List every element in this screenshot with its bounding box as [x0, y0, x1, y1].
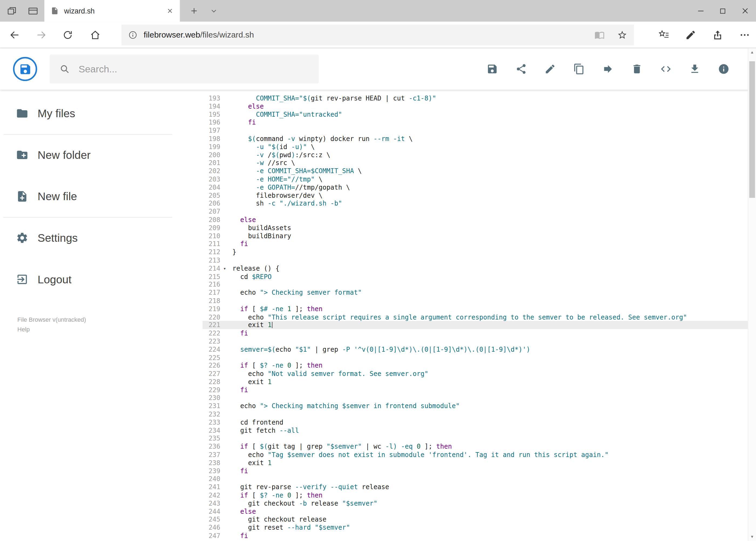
code-line[interactable]: 202 -e COMMIT_SHA=$COMMIT_SHA \ — [202, 167, 748, 175]
code-line[interactable]: 234 git fetch --all — [202, 426, 748, 435]
code-line[interactable]: 224 semver=$(echo "$1" | grep -P '^v(0|[… — [202, 345, 748, 353]
move-button[interactable] — [602, 63, 614, 75]
sidebar-item-settings[interactable]: Settings — [0, 217, 202, 259]
sidebar-item-new-file[interactable]: New file — [0, 176, 202, 217]
code-line[interactable]: 198 $(command -v winpty) docker run --rm… — [202, 135, 748, 143]
delete-button[interactable] — [631, 63, 642, 75]
code-line[interactable]: 215 cd $REPO — [202, 272, 748, 280]
code-line[interactable]: 246 git reset --hard "$semver" — [202, 524, 748, 532]
hub-favorites-icon[interactable] — [658, 29, 669, 41]
code-line[interactable]: 196 fi — [202, 118, 748, 126]
code-line[interactable]: 231 echo "> Checking matching $semver in… — [202, 402, 748, 410]
maximize-button[interactable] — [712, 0, 734, 22]
code-line[interactable]: 236 if [ $(git tag | grep "$semver" | wc… — [202, 443, 748, 451]
code-line[interactable]: 199 -u "$(id -u)" \ — [202, 143, 748, 151]
code-line[interactable]: 225 — [202, 353, 748, 362]
home-button[interactable] — [90, 29, 101, 41]
favorite-star-icon[interactable] — [617, 30, 628, 40]
code-line[interactable]: 235 — [202, 435, 748, 443]
code-line[interactable]: 209 buildAssets — [202, 224, 748, 232]
code-line[interactable]: 214▾release () { — [202, 264, 748, 272]
copy-button[interactable] — [573, 63, 585, 75]
close-window-button[interactable] — [734, 0, 756, 22]
code-line[interactable]: 201 -w //src \ — [202, 159, 748, 167]
code-line[interactable]: 217 echo "> Checking semver format" — [202, 288, 748, 296]
code-line[interactable]: 229 fi — [202, 386, 748, 394]
download-button[interactable] — [689, 63, 701, 75]
back-button[interactable] — [9, 29, 20, 41]
code-line[interactable]: 238 exit 1 — [202, 459, 748, 467]
share-page-icon[interactable] — [712, 29, 723, 41]
tabs-aside-icon[interactable] — [6, 5, 17, 16]
search-input[interactable] — [78, 63, 309, 75]
web-note-pen-icon[interactable] — [685, 29, 696, 41]
site-info-icon[interactable] — [128, 31, 137, 40]
scrollbar-thumb[interactable] — [749, 61, 755, 198]
code-line[interactable]: 213 — [202, 256, 748, 264]
code-line[interactable]: 227 echo "Not valid semver format. See s… — [202, 370, 748, 378]
code-line[interactable]: 230 — [202, 394, 748, 402]
code-line[interactable]: 221 exit 1 — [202, 321, 748, 329]
code-line[interactable]: 244 else — [202, 507, 748, 516]
scroll-down-arrow-icon[interactable]: ▼ — [748, 533, 756, 541]
code-line[interactable]: 243 git checkout -b release "$semver" — [202, 499, 748, 507]
vertical-scrollbar[interactable]: ▲ ▼ — [748, 48, 756, 541]
sidebar-item-new-folder[interactable]: New folder — [0, 134, 202, 176]
code-line-text: echo "This release script requires a sin… — [222, 313, 687, 321]
code-line[interactable]: 247 fi — [202, 532, 748, 540]
code-view-button[interactable] — [660, 63, 672, 75]
code-line[interactable]: 203 -e HOME="//tmp" \ — [202, 175, 748, 183]
code-line[interactable]: 233 cd frontend — [202, 418, 748, 426]
more-options-icon[interactable] — [739, 29, 750, 41]
code-line[interactable]: 208 else — [202, 216, 748, 224]
code-line[interactable]: 195 COMMIT_SHA="untracked" — [202, 110, 748, 118]
code-line[interactable]: 237 echo "Tag $semver does not exist in … — [202, 451, 748, 459]
minimize-button[interactable] — [689, 0, 711, 22]
reading-view-icon[interactable] — [595, 30, 605, 40]
code-line[interactable]: 242 if [ $? -ne 0 ]; then — [202, 491, 748, 499]
code-line[interactable]: 218 — [202, 296, 748, 305]
browser-tab[interactable]: wizard.sh — [44, 0, 180, 22]
code-line[interactable]: 232 — [202, 410, 748, 418]
help-link[interactable]: Help — [17, 325, 86, 334]
code-line[interactable]: 228 exit 1 — [202, 378, 748, 386]
code-line[interactable]: 222 fi — [202, 329, 748, 337]
share-button[interactable] — [516, 63, 527, 75]
refresh-button[interactable] — [62, 29, 73, 41]
fold-arrow-icon[interactable]: ▾ — [223, 265, 226, 272]
code-line[interactable]: 212} — [202, 248, 748, 256]
code-line[interactable]: 220 echo "This release script requires a… — [202, 313, 748, 321]
sidebar-item-logout[interactable]: Logout — [0, 259, 202, 300]
code-line[interactable]: 239 fi — [202, 467, 748, 475]
code-line[interactable]: 219 if [ $# -ne 1 ]; then — [202, 305, 748, 313]
code-line[interactable]: 241 git rev-parse --verify --quiet relea… — [202, 483, 748, 491]
tab-preview-chevron-icon[interactable] — [206, 0, 221, 22]
tab-close-icon[interactable] — [166, 7, 173, 15]
code-line[interactable]: 226 if [ $? -ne 0 ]; then — [202, 362, 748, 370]
scroll-up-arrow-icon[interactable]: ▲ — [748, 48, 756, 56]
code-line[interactable]: 205 filebrowser/dev \ — [202, 191, 748, 199]
address-bar-input[interactable]: filebrowser.web/files/wizard.sh — [122, 25, 634, 45]
code-editor[interactable]: 193 COMMIT_SHA="$(git rev-parse HEAD | c… — [202, 90, 748, 541]
code-line[interactable]: 204 -e GOPATH=//tmp/gopath \ — [202, 183, 748, 191]
code-line[interactable]: 193 COMMIT_SHA="$(git rev-parse HEAD | c… — [202, 94, 748, 102]
code-line[interactable]: 197 — [202, 126, 748, 135]
code-line[interactable]: 210 buildBinary — [202, 232, 748, 240]
code-line[interactable]: 211 fi — [202, 240, 748, 248]
search-box[interactable] — [50, 55, 319, 84]
code-line[interactable]: 206 sh -c "./wizard.sh -b" — [202, 199, 748, 208]
save-button[interactable] — [486, 63, 498, 75]
sidebar-item-my-files[interactable]: My files — [0, 93, 202, 134]
new-tab-button[interactable] — [185, 0, 202, 22]
code-line[interactable]: 245 git checkout release — [202, 516, 748, 524]
code-line[interactable]: 207 — [202, 208, 748, 216]
code-line[interactable]: 194 else — [202, 102, 748, 110]
code-line[interactable]: 223 — [202, 337, 748, 345]
code-line[interactable]: 240 — [202, 475, 748, 483]
forward-button[interactable] — [36, 29, 47, 41]
edit-button[interactable] — [544, 63, 556, 75]
code-line[interactable]: 200 -v /$(pwd):/src:z \ — [202, 151, 748, 159]
code-line[interactable]: 216 — [202, 280, 748, 288]
tab-preview-icon[interactable] — [28, 5, 39, 16]
info-button[interactable] — [718, 63, 730, 75]
